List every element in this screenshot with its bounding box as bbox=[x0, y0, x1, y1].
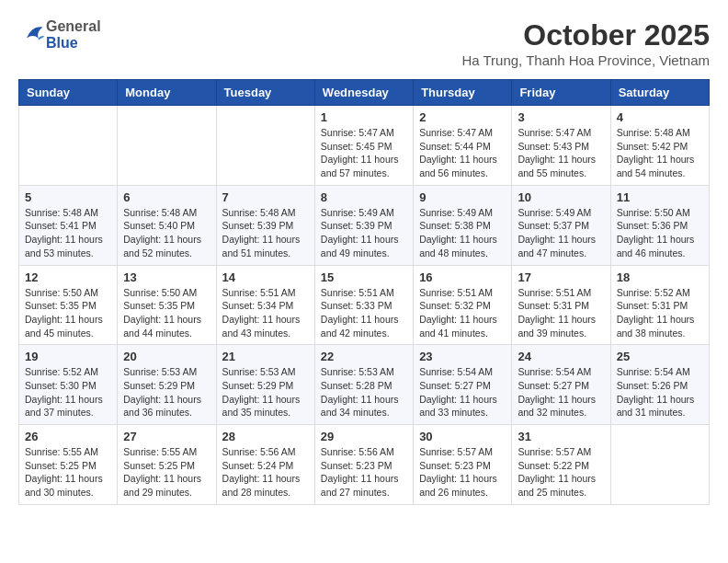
day-header-saturday: Saturday bbox=[610, 80, 709, 106]
day-number: 21 bbox=[222, 350, 309, 363]
day-number: 13 bbox=[123, 270, 210, 284]
day-info: Sunrise: 5:50 AM Sunset: 5:35 PM Dayligh… bbox=[123, 286, 210, 340]
calendar-cell: 11Sunrise: 5:50 AM Sunset: 5:36 PM Dayli… bbox=[610, 185, 709, 265]
day-number: 4 bbox=[617, 110, 703, 124]
day-info: Sunrise: 5:55 AM Sunset: 5:25 PM Dayligh… bbox=[25, 445, 111, 500]
calendar-cell: 3Sunrise: 5:47 AM Sunset: 5:43 PM Daylig… bbox=[512, 106, 610, 186]
day-info: Sunrise: 5:52 AM Sunset: 5:30 PM Dayligh… bbox=[25, 365, 111, 419]
day-number: 14 bbox=[222, 270, 309, 284]
calendar-cell: 28Sunrise: 5:56 AM Sunset: 5:24 PM Dayli… bbox=[216, 425, 314, 505]
day-info: Sunrise: 5:52 AM Sunset: 5:31 PM Dayligh… bbox=[617, 286, 703, 340]
calendar-table: SundayMondayTuesdayWednesdayThursdayFrid… bbox=[18, 79, 710, 505]
day-number: 5 bbox=[25, 190, 111, 204]
day-header-wednesday: Wednesday bbox=[314, 80, 413, 106]
day-number: 10 bbox=[518, 190, 604, 204]
calendar-cell: 1Sunrise: 5:47 AM Sunset: 5:45 PM Daylig… bbox=[314, 106, 413, 186]
logo-general: General bbox=[46, 18, 101, 34]
day-number: 2 bbox=[419, 110, 506, 124]
calendar-cell: 25Sunrise: 5:54 AM Sunset: 5:26 PM Dayli… bbox=[610, 345, 709, 425]
day-info: Sunrise: 5:49 AM Sunset: 5:38 PM Dayligh… bbox=[419, 206, 506, 260]
day-number: 9 bbox=[419, 190, 506, 204]
calendar-cell: 29Sunrise: 5:56 AM Sunset: 5:23 PM Dayli… bbox=[314, 425, 413, 505]
day-info: Sunrise: 5:47 AM Sunset: 5:44 PM Dayligh… bbox=[419, 126, 506, 180]
page-header: General Blue October 2025 Ha Trung, Than… bbox=[18, 18, 710, 68]
calendar-cell: 17Sunrise: 5:51 AM Sunset: 5:31 PM Dayli… bbox=[512, 265, 610, 345]
day-info: Sunrise: 5:47 AM Sunset: 5:45 PM Dayligh… bbox=[321, 126, 407, 180]
calendar-cell: 26Sunrise: 5:55 AM Sunset: 5:25 PM Dayli… bbox=[19, 425, 118, 505]
day-info: Sunrise: 5:51 AM Sunset: 5:33 PM Dayligh… bbox=[321, 286, 407, 340]
day-header-sunday: Sunday bbox=[19, 80, 118, 106]
day-info: Sunrise: 5:48 AM Sunset: 5:42 PM Dayligh… bbox=[617, 126, 703, 180]
week-row: 1Sunrise: 5:47 AM Sunset: 5:45 PM Daylig… bbox=[19, 106, 710, 186]
calendar-cell: 21Sunrise: 5:53 AM Sunset: 5:29 PM Dayli… bbox=[216, 345, 314, 425]
day-number: 17 bbox=[518, 270, 604, 284]
calendar-cell: 13Sunrise: 5:50 AM Sunset: 5:35 PM Dayli… bbox=[118, 265, 216, 345]
day-number: 12 bbox=[25, 270, 111, 284]
day-number: 26 bbox=[25, 430, 111, 443]
day-info: Sunrise: 5:48 AM Sunset: 5:39 PM Dayligh… bbox=[222, 206, 309, 260]
day-info: Sunrise: 5:55 AM Sunset: 5:25 PM Dayligh… bbox=[123, 445, 210, 500]
calendar-cell: 14Sunrise: 5:51 AM Sunset: 5:34 PM Dayli… bbox=[216, 265, 314, 345]
calendar-cell: 16Sunrise: 5:51 AM Sunset: 5:32 PM Dayli… bbox=[414, 265, 512, 345]
calendar-cell: 20Sunrise: 5:53 AM Sunset: 5:29 PM Dayli… bbox=[118, 345, 216, 425]
day-number: 6 bbox=[123, 190, 210, 204]
day-number: 8 bbox=[321, 190, 407, 204]
calendar-cell bbox=[118, 106, 216, 186]
calendar-cell: 12Sunrise: 5:50 AM Sunset: 5:35 PM Dayli… bbox=[19, 265, 118, 345]
logo-blue: Blue bbox=[46, 35, 78, 51]
day-info: Sunrise: 5:53 AM Sunset: 5:28 PM Dayligh… bbox=[321, 365, 407, 419]
calendar-cell bbox=[610, 425, 709, 505]
day-number: 24 bbox=[518, 350, 604, 363]
day-info: Sunrise: 5:48 AM Sunset: 5:40 PM Dayligh… bbox=[123, 206, 210, 260]
day-number: 1 bbox=[321, 110, 407, 124]
day-number: 27 bbox=[123, 430, 210, 443]
calendar-cell: 15Sunrise: 5:51 AM Sunset: 5:33 PM Dayli… bbox=[314, 265, 413, 345]
day-number: 23 bbox=[419, 350, 506, 363]
day-number: 25 bbox=[617, 350, 703, 363]
calendar-cell: 22Sunrise: 5:53 AM Sunset: 5:28 PM Dayli… bbox=[314, 345, 413, 425]
calendar-cell: 10Sunrise: 5:49 AM Sunset: 5:37 PM Dayli… bbox=[512, 185, 610, 265]
day-info: Sunrise: 5:50 AM Sunset: 5:36 PM Dayligh… bbox=[617, 206, 703, 260]
calendar-cell: 31Sunrise: 5:57 AM Sunset: 5:22 PM Dayli… bbox=[512, 425, 610, 505]
subtitle: Ha Trung, Thanh Hoa Province, Vietnam bbox=[461, 52, 710, 68]
calendar-cell: 5Sunrise: 5:48 AM Sunset: 5:41 PM Daylig… bbox=[19, 185, 118, 265]
day-header-friday: Friday bbox=[512, 80, 610, 106]
week-row: 12Sunrise: 5:50 AM Sunset: 5:35 PM Dayli… bbox=[19, 265, 710, 345]
logo-icon bbox=[20, 22, 46, 48]
day-info: Sunrise: 5:51 AM Sunset: 5:32 PM Dayligh… bbox=[419, 286, 506, 340]
week-row: 19Sunrise: 5:52 AM Sunset: 5:30 PM Dayli… bbox=[19, 345, 710, 425]
day-number: 7 bbox=[222, 190, 309, 204]
day-number: 31 bbox=[518, 430, 604, 443]
day-info: Sunrise: 5:49 AM Sunset: 5:37 PM Dayligh… bbox=[518, 206, 604, 260]
day-info: Sunrise: 5:51 AM Sunset: 5:34 PM Dayligh… bbox=[222, 286, 309, 340]
calendar-cell: 6Sunrise: 5:48 AM Sunset: 5:40 PM Daylig… bbox=[118, 185, 216, 265]
day-info: Sunrise: 5:57 AM Sunset: 5:22 PM Dayligh… bbox=[518, 445, 604, 500]
day-info: Sunrise: 5:57 AM Sunset: 5:23 PM Dayligh… bbox=[419, 445, 506, 500]
title-area: October 2025 Ha Trung, Thanh Hoa Provinc… bbox=[461, 18, 710, 68]
day-header-tuesday: Tuesday bbox=[216, 80, 314, 106]
logo: General Blue bbox=[18, 18, 101, 52]
day-number: 3 bbox=[518, 110, 604, 124]
calendar-cell: 30Sunrise: 5:57 AM Sunset: 5:23 PM Dayli… bbox=[414, 425, 512, 505]
logo-text: General Blue bbox=[46, 18, 101, 52]
day-number: 16 bbox=[419, 270, 506, 284]
day-info: Sunrise: 5:54 AM Sunset: 5:27 PM Dayligh… bbox=[419, 365, 506, 419]
week-row: 26Sunrise: 5:55 AM Sunset: 5:25 PM Dayli… bbox=[19, 425, 710, 505]
day-number: 28 bbox=[222, 430, 309, 443]
day-info: Sunrise: 5:53 AM Sunset: 5:29 PM Dayligh… bbox=[222, 365, 309, 419]
day-number: 22 bbox=[321, 350, 407, 363]
day-header-thursday: Thursday bbox=[414, 80, 512, 106]
day-number: 20 bbox=[123, 350, 210, 363]
calendar-cell: 8Sunrise: 5:49 AM Sunset: 5:39 PM Daylig… bbox=[314, 185, 413, 265]
day-info: Sunrise: 5:54 AM Sunset: 5:27 PM Dayligh… bbox=[518, 365, 604, 419]
day-number: 19 bbox=[25, 350, 111, 363]
calendar-cell: 24Sunrise: 5:54 AM Sunset: 5:27 PM Dayli… bbox=[512, 345, 610, 425]
day-number: 15 bbox=[321, 270, 407, 284]
calendar-cell: 18Sunrise: 5:52 AM Sunset: 5:31 PM Dayli… bbox=[610, 265, 709, 345]
day-info: Sunrise: 5:48 AM Sunset: 5:41 PM Dayligh… bbox=[25, 206, 111, 260]
day-info: Sunrise: 5:51 AM Sunset: 5:31 PM Dayligh… bbox=[518, 286, 604, 340]
calendar-cell: 9Sunrise: 5:49 AM Sunset: 5:38 PM Daylig… bbox=[414, 185, 512, 265]
calendar-cell: 23Sunrise: 5:54 AM Sunset: 5:27 PM Dayli… bbox=[414, 345, 512, 425]
day-info: Sunrise: 5:53 AM Sunset: 5:29 PM Dayligh… bbox=[123, 365, 210, 419]
day-number: 30 bbox=[419, 430, 506, 443]
